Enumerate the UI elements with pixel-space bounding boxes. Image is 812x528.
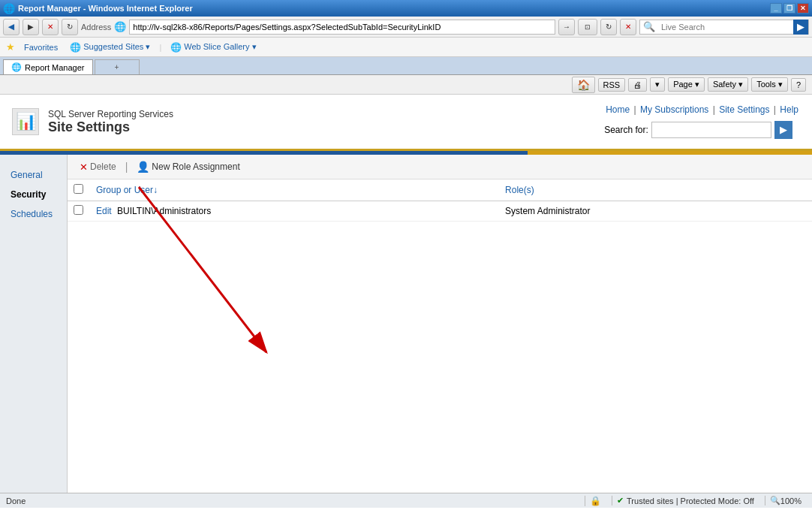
title-bar-controls: _ ❐ ✕ — [770, 3, 809, 14]
favorites-star-icon: ★ — [6, 41, 15, 53]
table-container: Group or User↓ Role(s) Edit — [68, 180, 812, 222]
search-for-input[interactable] — [651, 122, 771, 138]
group-user-value: BUILTIN\Administrators — [117, 206, 211, 216]
search-for-button[interactable]: ▶ — [774, 121, 792, 139]
live-search-icon: 🔍 — [640, 21, 658, 32]
app-header-left: 📊 SQL Server Reporting Services Site Set… — [12, 108, 173, 135]
forward-button[interactable]: ▶ — [23, 19, 39, 35]
roles-table: Group or User↓ Role(s) Edit — [68, 180, 812, 222]
status-bar: Done 🔒 ✔ Trusted sites | Protected Mode:… — [0, 493, 812, 508]
search-go-button[interactable]: ▶ — [793, 20, 808, 35]
sidebar-item-general[interactable]: General — [6, 167, 61, 183]
status-bar-right: 🔒 ✔ Trusted sites | Protected Mode: Off … — [522, 496, 806, 506]
app-header: 📊 SQL Server Reporting Services Site Set… — [0, 95, 812, 151]
toolbar-separator: | — [125, 161, 128, 173]
feeds-btn[interactable]: RSS — [598, 78, 626, 92]
app-header-right: Home | My Subscriptions | Site Settings … — [604, 104, 800, 139]
ie-icon: 🌐 — [3, 3, 15, 14]
row-roles-cell: System Administrator — [499, 201, 812, 222]
minimize-button[interactable]: _ — [770, 3, 782, 14]
sidebar-item-schedules[interactable]: Schedules — [6, 206, 61, 222]
suggested-sites-icon: 🌐 — [70, 42, 81, 53]
row-checkbox[interactable] — [74, 205, 83, 215]
new-tab-button[interactable]: + — [95, 59, 140, 74]
back-button[interactable]: ◀ — [3, 19, 20, 35]
status-done: Done — [6, 496, 26, 505]
new-role-assignment-button[interactable]: 👤 New Role Assignment — [134, 159, 242, 174]
web-slice-gallery-item[interactable]: 🌐 Web Slice Gallery ▾ — [167, 41, 259, 54]
delete-icon: ✕ — [80, 161, 88, 173]
sidebar-item-security[interactable]: Security — [6, 186, 61, 203]
tab-report-manager[interactable]: 🌐 Report Manager — [3, 59, 93, 74]
tools-btn[interactable]: Tools ▾ — [751, 77, 788, 92]
help-link[interactable]: Help — [780, 104, 798, 115]
refresh-button[interactable]: ↻ — [62, 19, 78, 35]
x-button[interactable]: ✕ — [620, 19, 636, 35]
trusted-sites-label: Trusted sites | Protected Mode: Off — [627, 496, 754, 505]
title-bar-left: 🌐 Report Manager - Windows Internet Expl… — [3, 3, 193, 14]
web-slice-icon: 🌐 — [170, 42, 182, 53]
home-link[interactable]: Home — [606, 104, 630, 115]
restore-button[interactable]: ❐ — [783, 3, 795, 14]
address-label: Address — [81, 23, 111, 32]
compat-button[interactable]: ⊡ — [578, 19, 597, 35]
security-icon: 🔒 — [590, 496, 601, 506]
tab-bar: 🌐 Report Manager + — [0, 57, 812, 75]
my-subscriptions-link[interactable]: My Subscriptions — [640, 104, 708, 115]
address-bar: ◀ ▶ ✕ ↻ Address 🌐 → ⊡ ↻ ✕ 🔍 ▶ — [0, 17, 812, 38]
app-subtitle: SQL Server Reporting Services — [48, 109, 173, 119]
report-manager-icon: 📊 — [12, 108, 39, 135]
new-role-icon: 👤 — [137, 161, 149, 173]
search-block: Search for: ▶ — [604, 121, 800, 139]
col-roles: Role(s) — [499, 180, 812, 201]
select-all-checkbox[interactable] — [74, 184, 83, 194]
window-title: Report Manager - Windows Internet Explor… — [18, 4, 193, 13]
status-zoom: 🔍 100% — [765, 496, 806, 505]
favorites-bar: ★ Favorites 🌐 Suggested Sites ▾ | 🌐 Web … — [0, 38, 812, 57]
col-group-user: Group or User↓ — [90, 180, 499, 201]
content-area: ✕ Delete | 👤 New Role Assignment Grou — [68, 155, 812, 493]
sidebar: General Security Schedules — [0, 155, 68, 493]
search-for-label: Search for: — [604, 125, 648, 135]
home-toolbar-btn[interactable]: 🏠 — [572, 77, 595, 93]
table-row: Edit BUILTIN\Administrators System Admin… — [68, 201, 812, 222]
title-bar: 🌐 Report Manager - Windows Internet Expl… — [0, 0, 812, 17]
row-group-user-cell: Edit BUILTIN\Administrators — [90, 201, 499, 222]
tab-icon: 🌐 — [11, 62, 22, 72]
go-button[interactable]: → — [558, 19, 575, 35]
page-btn[interactable]: Page ▾ — [668, 77, 705, 92]
address-input[interactable] — [129, 20, 555, 35]
nav-links: Home | My Subscriptions | Site Settings … — [604, 104, 800, 115]
close-button[interactable]: ✕ — [797, 3, 809, 14]
app-title-block: SQL Server Reporting Services Site Setti… — [48, 109, 173, 135]
site-settings-link[interactable]: Site Settings — [719, 104, 769, 115]
row-checkbox-cell — [68, 201, 90, 222]
search-bar: 🔍 ▶ — [639, 20, 809, 35]
refresh-btn2[interactable]: ↻ — [600, 19, 617, 35]
search-input[interactable] — [658, 20, 793, 34]
main-layout: General Security Schedules ✕ Delete | 👤 … — [0, 155, 812, 493]
help-btn[interactable]: ? — [791, 78, 806, 92]
ie-toolbar: 🏠 RSS 🖨 ▾ Page ▾ Safety ▾ Tools ▾ ? — [0, 75, 812, 95]
print-btn[interactable]: 🖨 — [628, 78, 647, 92]
col-checkbox — [68, 180, 90, 201]
address-icon: 🌐 — [114, 21, 126, 32]
content-toolbar: ✕ Delete | 👤 New Role Assignment — [68, 155, 812, 180]
safety-btn[interactable]: Safety ▾ — [708, 77, 748, 92]
print-dropdown-btn[interactable]: ▾ — [650, 77, 665, 92]
suggested-sites-item[interactable]: 🌐 Suggested Sites ▾ — [67, 41, 153, 54]
check-icon: ✔ — [617, 496, 624, 505]
stop-button[interactable]: ✕ — [42, 19, 59, 35]
favorites-label[interactable]: Favorites — [21, 41, 61, 53]
status-security: 🔒 — [585, 496, 606, 506]
zoom-icon: 🔍 — [770, 496, 780, 505]
delete-button[interactable]: ✕ Delete — [77, 160, 119, 174]
edit-link[interactable]: Edit — [96, 206, 112, 216]
status-protected-mode: ✔ Trusted sites | Protected Mode: Off — [612, 496, 759, 505]
app-title: Site Settings — [48, 119, 173, 135]
